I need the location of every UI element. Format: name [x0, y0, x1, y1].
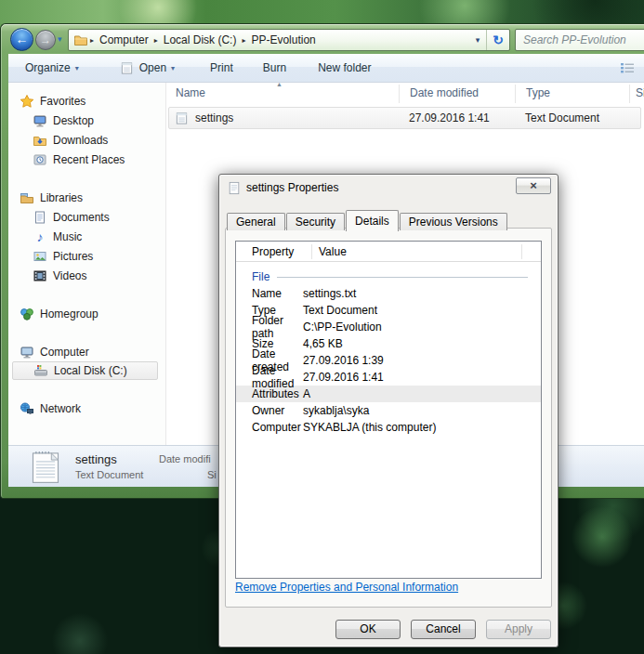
forward-arrow-icon: → [40, 33, 51, 46]
homegroup-icon [20, 307, 34, 321]
column-header-size[interactable]: Si [636, 86, 644, 99]
sidebar-item-downloads[interactable]: Downloads [8, 130, 165, 150]
refresh-icon: ↻ [493, 33, 504, 47]
cancel-button[interactable]: Cancel [411, 620, 476, 639]
search-input[interactable] [516, 30, 644, 50]
dialog-title: settings Properties [246, 181, 338, 194]
column-header-name[interactable]: Name [176, 86, 205, 99]
back-arrow-icon: ← [16, 32, 29, 46]
property-row[interactable]: Date modified27.09.2016 1:41 [236, 369, 541, 386]
chevron-down-icon: ▾ [171, 64, 175, 72]
sidebar-item-libraries[interactable]: Libraries [8, 188, 165, 207]
property-row[interactable]: ComputerSYKABLJA (this computer) [236, 419, 541, 436]
property-row[interactable]: Namesettings.txt [236, 285, 541, 302]
column-header-date-modified[interactable]: Date modified [410, 86, 479, 99]
folder-icon [73, 33, 88, 47]
file-name: settings [195, 111, 233, 124]
burn-button[interactable]: Burn [256, 58, 294, 78]
document-icon [228, 181, 241, 195]
address-dropdown-icon[interactable]: ▾ [469, 35, 487, 45]
breadcrumb-separator-icon: ▸ [88, 36, 96, 45]
refresh-button[interactable]: ↻ [486, 30, 509, 50]
notepad-icon [120, 60, 135, 75]
network-icon [20, 401, 34, 416]
ok-button[interactable]: OK [335, 620, 401, 639]
tab-general[interactable]: General [227, 213, 285, 230]
breadcrumb-separator-icon: ▸ [240, 36, 247, 45]
document-icon [33, 210, 47, 225]
tab-strip: General Security Details Previous Versio… [227, 210, 508, 230]
breadcrumb-item-computer[interactable]: Computer [96, 33, 152, 46]
sidebar-item-favorites[interactable]: Favorites [8, 91, 165, 111]
sidebar-item-homegroup[interactable]: Homegroup [8, 304, 165, 323]
file-type: Text Document [525, 111, 599, 124]
property-row-highlighted[interactable]: AttributesA [236, 386, 541, 402]
navigation-pane: Favorites Desktop Downloads Recent Place… [8, 83, 166, 445]
sidebar-item-pictures[interactable]: Pictures [8, 246, 165, 266]
column-divider[interactable] [629, 85, 630, 103]
property-row[interactable]: Folder pathC:\PP-Evolution [236, 319, 541, 335]
sidebar-item-label: Music [53, 230, 82, 243]
recent-places-icon [33, 152, 47, 167]
breadcrumb-item-local-disk[interactable]: Local Disk (C:) [160, 33, 241, 46]
notepad-icon [175, 111, 189, 125]
sidebar-item-label: Homegroup [40, 307, 99, 320]
dialog-title-bar[interactable]: settings Properties × [219, 175, 558, 201]
tab-details[interactable]: Details [346, 210, 399, 231]
print-button[interactable]: Print [203, 58, 241, 78]
downloads-icon [33, 133, 47, 148]
column-divider[interactable] [515, 85, 516, 103]
property-row[interactable]: Ownersykablja\syka [236, 402, 541, 419]
computer-icon [20, 345, 34, 360]
apply-button: Apply [486, 620, 551, 639]
breadcrumb-item-pp-evolution[interactable]: PP-Evolution [247, 33, 319, 46]
status-file-type: Text Document [75, 469, 143, 480]
notepad-icon [29, 448, 62, 486]
tab-previous-versions[interactable]: Previous Versions [400, 213, 507, 230]
group-header-file: File [236, 268, 541, 285]
close-icon: × [530, 178, 537, 192]
sidebar-item-computer[interactable]: Computer [8, 342, 165, 361]
sidebar-item-documents[interactable]: Documents [8, 207, 165, 227]
remove-properties-link[interactable]: Remove Properties and Personal Informati… [235, 581, 458, 594]
back-button[interactable]: ← [10, 28, 33, 51]
group-divider-line [277, 277, 528, 278]
views-icon [620, 61, 635, 74]
status-date-label: Date modifi [159, 453, 211, 464]
listview-column-property[interactable]: Property [252, 245, 294, 258]
forward-button[interactable]: → [35, 30, 56, 50]
sidebar-item-videos[interactable]: Videos [8, 266, 165, 285]
sidebar-item-local-disk-c[interactable]: Local Disk (C:) [12, 361, 158, 380]
chevron-down-icon: ▾ [75, 64, 79, 72]
sidebar-item-label: Downloads [53, 134, 108, 147]
sidebar-item-desktop[interactable]: Desktop [8, 111, 165, 130]
change-view-button[interactable] [620, 61, 635, 74]
sort-ascending-icon: ▲ [276, 81, 283, 87]
new-folder-button[interactable]: New folder [310, 58, 378, 78]
sidebar-item-label: Recent Places [53, 153, 125, 166]
column-headers: Name ▲ Date modified Type Si [166, 83, 644, 105]
organize-button[interactable]: Organize▾ [18, 58, 86, 78]
search-box [515, 29, 644, 51]
sidebar-item-music[interactable]: ♪ Music [8, 227, 165, 246]
address-bar[interactable]: ▸ Computer ▸ Local Disk (C:) ▸ PP-Evolut… [68, 29, 510, 51]
status-size-label: Si [207, 469, 217, 480]
listview-column-value[interactable]: Value [319, 245, 347, 258]
tab-security[interactable]: Security [286, 213, 345, 230]
sidebar-item-label: Desktop [53, 114, 94, 127]
film-icon [33, 268, 47, 283]
column-divider[interactable] [399, 85, 400, 103]
column-divider [311, 244, 312, 259]
disk-drive-icon [33, 363, 48, 378]
details-tab-page: Property Value File Namesettings.txt Typ… [225, 228, 552, 608]
recent-pages-dropdown-icon[interactable]: ▾ [58, 34, 62, 44]
sidebar-item-recent-places[interactable]: Recent Places [8, 150, 165, 169]
sidebar-item-network[interactable]: Network [8, 399, 165, 418]
open-button[interactable]: Open▾ [112, 57, 182, 79]
column-header-type[interactable]: Type [526, 86, 550, 99]
file-row-settings[interactable]: settings 27.09.2016 1:41 Text Document [168, 107, 641, 129]
sidebar-item-label: Favorites [40, 95, 85, 108]
close-button[interactable]: × [516, 177, 551, 194]
sidebar-item-label: Libraries [40, 191, 83, 204]
breadcrumb-separator-icon: ▸ [152, 36, 160, 45]
